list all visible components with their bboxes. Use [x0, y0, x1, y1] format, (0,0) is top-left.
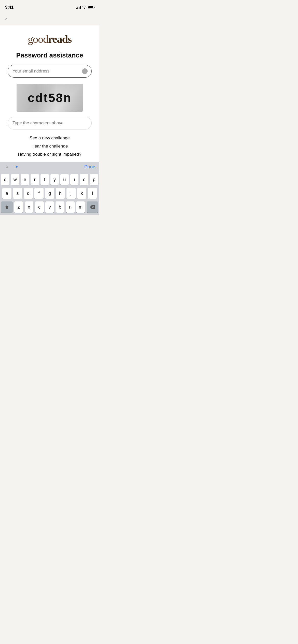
keyboard-row-3: z x c v b n m: [1, 201, 98, 213]
toolbar-nav: ▲ ▼: [4, 164, 20, 170]
page-title: Password assistance: [16, 51, 83, 59]
email-input-container: [8, 65, 92, 78]
trouble-link[interactable]: Having trouble or sight impaired?: [18, 152, 81, 157]
key-t[interactable]: t: [40, 174, 49, 185]
captcha-text: cdt58n: [28, 91, 72, 105]
key-i[interactable]: i: [70, 174, 79, 185]
shift-key[interactable]: [1, 201, 13, 213]
battery-icon: [88, 6, 94, 9]
next-field-button[interactable]: ▼: [14, 164, 20, 170]
key-c[interactable]: c: [35, 201, 44, 213]
key-a[interactable]: a: [2, 188, 11, 199]
logo-text: goodreads: [28, 33, 72, 45]
key-n[interactable]: n: [66, 201, 75, 213]
key-k[interactable]: k: [77, 188, 86, 199]
back-button[interactable]: ‹: [5, 15, 9, 23]
status-time: 9:41: [5, 5, 13, 10]
key-m[interactable]: m: [76, 201, 85, 213]
key-y[interactable]: y: [50, 174, 59, 185]
keyboard-toolbar: ▲ ▼ Done: [0, 162, 99, 172]
key-o[interactable]: o: [80, 174, 88, 185]
key-l[interactable]: l: [88, 188, 97, 199]
wifi-icon: [82, 6, 86, 9]
key-e[interactable]: e: [21, 174, 29, 185]
signal-icon: [76, 6, 81, 9]
key-v[interactable]: v: [45, 201, 54, 213]
key-q[interactable]: q: [1, 174, 9, 185]
key-j[interactable]: j: [66, 188, 76, 199]
links-container: See a new challenge Hear the challenge H…: [18, 136, 81, 157]
key-r[interactable]: r: [31, 174, 39, 185]
key-f[interactable]: f: [34, 188, 44, 199]
delete-key[interactable]: [87, 201, 98, 213]
status-icons: [76, 6, 94, 9]
key-w[interactable]: w: [11, 174, 19, 185]
captcha-input[interactable]: [8, 117, 92, 129]
key-p[interactable]: p: [90, 174, 98, 185]
email-input[interactable]: [8, 65, 92, 78]
key-h[interactable]: h: [56, 188, 65, 199]
logo-container: goodreads: [28, 33, 72, 45]
hear-challenge-link[interactable]: Hear the challenge: [32, 144, 68, 149]
key-d[interactable]: d: [24, 188, 33, 199]
key-u[interactable]: u: [60, 174, 69, 185]
new-challenge-link[interactable]: See a new challenge: [30, 136, 70, 141]
captcha-input-container: [8, 117, 92, 129]
key-x[interactable]: x: [25, 201, 34, 213]
clear-email-button[interactable]: [82, 68, 88, 74]
main-content: goodreads Password assistance cdt58n See…: [0, 25, 99, 162]
keyboard: q w e r t y u i o p a s d f g h j k l z …: [0, 172, 99, 215]
key-b[interactable]: b: [56, 201, 64, 213]
done-button[interactable]: Done: [84, 164, 95, 170]
captcha-image: cdt58n: [17, 84, 83, 112]
key-g[interactable]: g: [45, 188, 54, 199]
keyboard-row-1: q w e r t y u i o p: [1, 174, 98, 185]
prev-field-button[interactable]: ▲: [4, 164, 10, 170]
keyboard-row-2: a s d f g h j k l: [1, 188, 98, 199]
key-z[interactable]: z: [14, 201, 23, 213]
status-bar: 9:41: [0, 0, 99, 13]
nav-bar: ‹: [0, 13, 99, 25]
key-s[interactable]: s: [13, 188, 22, 199]
